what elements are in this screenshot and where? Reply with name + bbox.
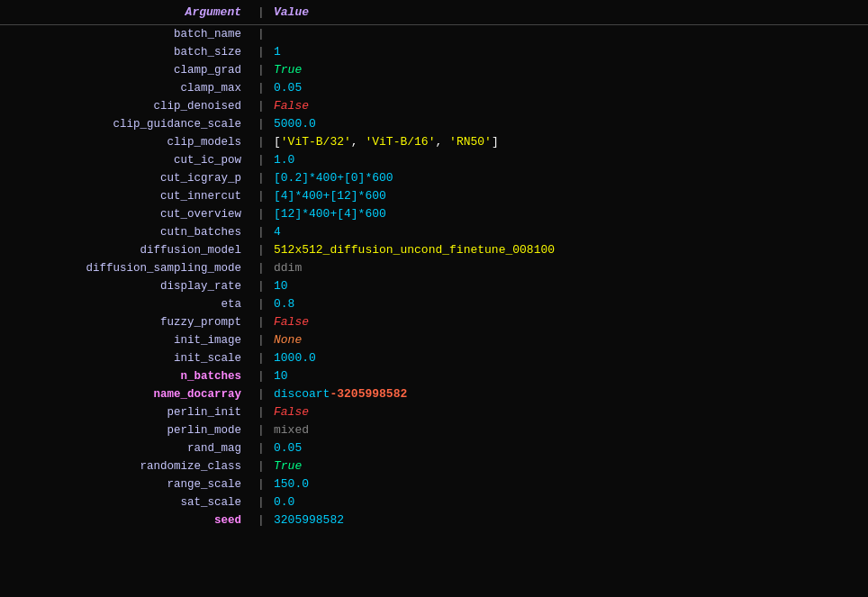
row-key: cut_innercut	[0, 190, 252, 203]
row-key: clip_denoised	[0, 100, 252, 113]
row-key: randomize_class	[0, 460, 252, 473]
row-key: n_batches	[0, 370, 252, 383]
table-row: eta|0.8	[0, 295, 868, 313]
row-value: True	[270, 63, 868, 77]
row-sep: |	[252, 171, 270, 185]
table-row: clip_models|['ViT-B/32', 'ViT-B/16', 'RN…	[0, 133, 868, 151]
row-key: name_docarray	[0, 388, 252, 401]
row-key: batch_size	[0, 46, 252, 59]
row-key: batch_name	[0, 28, 252, 41]
row-value: None	[270, 333, 868, 347]
row-sep: |	[252, 297, 270, 311]
table-row: cut_overview|[12]*400+[4]*600	[0, 205, 868, 223]
row-sep: |	[252, 441, 270, 455]
row-value: 1	[270, 45, 868, 59]
table-row: clamp_grad|True	[0, 61, 868, 79]
row-key: range_scale	[0, 478, 252, 491]
row-key: clip_guidance_scale	[0, 118, 252, 131]
row-sep: |	[252, 495, 270, 509]
row-sep: |	[252, 207, 270, 221]
row-sep: |	[252, 225, 270, 239]
row-value: False	[270, 405, 868, 419]
row-value: 4	[270, 225, 868, 239]
row-value: 150.0	[270, 477, 868, 491]
row-key: perlin_mode	[0, 424, 252, 437]
row-key: clip_models	[0, 136, 252, 149]
table-header: Argument | Value	[0, 0, 868, 25]
row-key: cut_overview	[0, 208, 252, 221]
row-key: cut_ic_pow	[0, 154, 252, 167]
header-arg: Argument	[0, 5, 252, 19]
row-sep: |	[252, 153, 270, 167]
row-sep: |	[252, 513, 270, 527]
header-val: Value	[270, 5, 868, 19]
row-value: mixed	[270, 423, 868, 437]
table-row: batch_name|	[0, 25, 868, 43]
row-value: 0.0	[270, 495, 868, 509]
row-value: ['ViT-B/32', 'ViT-B/16', 'RN50']	[270, 135, 868, 149]
row-key: clamp_max	[0, 82, 252, 95]
row-value: ddim	[270, 261, 868, 275]
row-sep: |	[252, 423, 270, 437]
row-value: 1000.0	[270, 351, 868, 365]
row-sep: |	[252, 351, 270, 365]
row-sep: |	[252, 387, 270, 401]
row-key: eta	[0, 298, 252, 311]
params-table: Argument | Value	[0, 0, 868, 25]
table-row: sat_scale|0.0	[0, 493, 868, 511]
row-value: True	[270, 459, 868, 473]
table-row: rand_mag|0.05	[0, 439, 868, 457]
table-row: init_image|None	[0, 331, 868, 349]
row-key: display_rate	[0, 280, 252, 293]
row-sep: |	[252, 333, 270, 347]
row-value: 3205998582	[270, 513, 868, 527]
row-value: 0.8	[270, 297, 868, 311]
table-row: clip_guidance_scale|5000.0	[0, 115, 868, 133]
row-value: 512x512_diffusion_uncond_finetune_008100	[270, 243, 868, 257]
row-sep: |	[252, 189, 270, 203]
row-sep: |	[252, 243, 270, 257]
table-row: clamp_max|0.05	[0, 79, 868, 97]
row-value: False	[270, 315, 868, 329]
table-row: perlin_mode|mixed	[0, 421, 868, 439]
row-value: 1.0	[270, 153, 868, 167]
row-key: cut_icgray_p	[0, 172, 252, 185]
row-key: rand_mag	[0, 442, 252, 455]
table-row: cutn_batches|4	[0, 223, 868, 241]
table-row: diffusion_model|512x512_diffusion_uncond…	[0, 241, 868, 259]
row-key: seed	[0, 514, 252, 527]
table-row: display_rate|10	[0, 277, 868, 295]
row-sep: |	[252, 27, 270, 41]
table-row: fuzzy_prompt|False	[0, 313, 868, 331]
row-value: 0.05	[270, 81, 868, 95]
table-row: seed|3205998582	[0, 511, 868, 529]
header-sep: |	[252, 5, 270, 19]
row-sep: |	[252, 477, 270, 491]
table-row: randomize_class|True	[0, 457, 868, 475]
row-key: clamp_grad	[0, 64, 252, 77]
row-key: fuzzy_prompt	[0, 316, 252, 329]
row-key: init_scale	[0, 352, 252, 365]
row-key: diffusion_model	[0, 244, 252, 257]
row-key: perlin_init	[0, 406, 252, 419]
row-key: cutn_batches	[0, 226, 252, 239]
table-row: perlin_init|False	[0, 403, 868, 421]
row-sep: |	[252, 261, 270, 275]
row-value: 10	[270, 369, 868, 383]
row-sep: |	[252, 405, 270, 419]
row-key: init_image	[0, 334, 252, 347]
row-value: 0.05	[270, 441, 868, 455]
row-value: [12]*400+[4]*600	[270, 207, 868, 221]
row-value: discoart-3205998582	[270, 387, 868, 401]
table-row: init_scale|1000.0	[0, 349, 868, 367]
row-value: [0.2]*400+[0]*600	[270, 171, 868, 185]
row-value: False	[270, 99, 868, 113]
row-key: sat_scale	[0, 496, 252, 509]
row-sep: |	[252, 81, 270, 95]
table-row: diffusion_sampling_mode|ddim	[0, 259, 868, 277]
table-row: clip_denoised|False	[0, 97, 868, 115]
row-sep: |	[252, 117, 270, 131]
table-row: cut_innercut|[4]*400+[12]*600	[0, 187, 868, 205]
row-sep: |	[252, 315, 270, 329]
table-body: batch_name|batch_size|1clamp_grad|Truecl…	[0, 25, 868, 529]
